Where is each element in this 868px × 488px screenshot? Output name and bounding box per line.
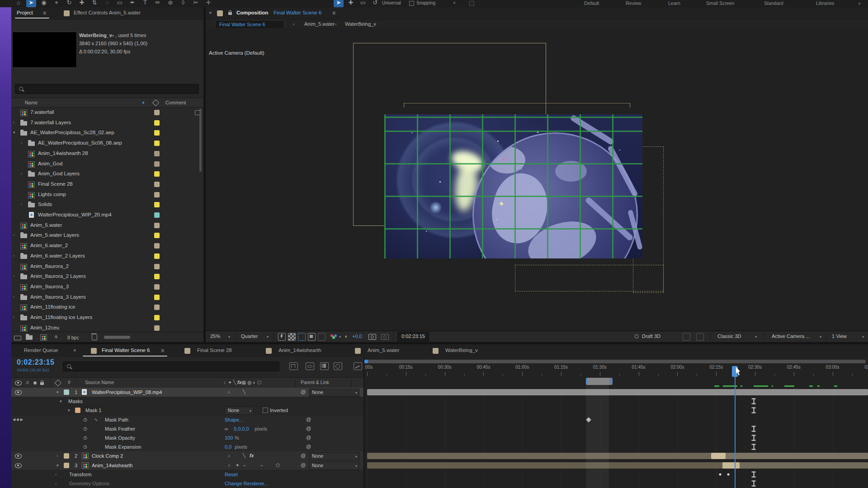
parent-dropdown[interactable]: None▾ [309,462,359,470]
list-item[interactable]: ›AE_WalterPrecipitous_Sc06_08.aep [11,138,203,148]
list-item[interactable]: Anim_8aurora_2 [11,262,203,272]
anchor-switch-icon[interactable]: ♁ [227,453,231,458]
list-item[interactable]: ›Anim_6.water_2 Layers [11,251,203,261]
puppet-pin-tool-icon[interactable]: ✛ [203,0,213,6]
list-item[interactable]: Anim_God [11,159,203,169]
timeline-row-mask-path[interactable]: ◀ ◆ ▶◷∿Mask PathShape...@ [11,415,364,425]
timeline-row-walterprecipitous-wip-08-mp4[interactable]: ▾1WalterPrecipitous_WIP_08.mp4♁╲@None▾ [11,388,364,397]
label-chip[interactable] [154,243,160,249]
project-scrollbar[interactable] [199,108,202,172]
label-chip[interactable] [154,253,160,259]
timeline-row-transform[interactable]: ›TransformReset [11,470,364,479]
property-name[interactable]: Mask Opacity [105,435,135,441]
parent-dropdown[interactable]: None▾ [309,389,359,397]
anchor-switch-icon[interactable]: ♁ [227,463,231,468]
crop-region-icon[interactable] [318,333,326,341]
timeline-hscrollbar[interactable] [365,360,866,363]
show-snapshot-icon[interactable] [381,334,389,340]
workspace-standard[interactable]: Standard [764,0,783,6]
tab-menu-icon[interactable]: ≡ [161,347,164,354]
keyframe-dot[interactable] [719,473,722,475]
parent-dropdown[interactable]: None▾ [309,452,359,460]
composition-panel-menu-icon[interactable]: ≡ [332,10,335,16]
timeline-search-input[interactable] [63,361,279,371]
expander-icon[interactable]: ▾ [13,130,15,135]
layer-color-chip[interactable] [64,453,69,459]
tab-effect-controls[interactable]: Effect Controls Anim_5.water [74,10,141,15]
expander-icon[interactable]: › [55,481,57,486]
project-search-input[interactable] [15,84,199,94]
label-chip[interactable] [154,315,160,320]
type-tool-icon[interactable]: T [140,0,150,6]
list-item[interactable]: ›Anim_5.water Layers [11,230,203,240]
graph-editor-icon[interactable] [354,362,362,370]
ground-plane-icon[interactable] [683,333,690,341]
timeline-column-header[interactable]: ♬ # Source Name ♁✦╲fx▦◍◐⬡ Parent & Link [11,377,364,389]
selection-mini-icon[interactable]: ➤ [334,0,344,7]
close-tab-icon[interactable]: × [209,10,212,15]
list-item[interactable]: ›Anim_God Layers [11,169,203,179]
stopwatch-icon[interactable]: ◷ [83,426,87,431]
brush-tool-icon[interactable]: ✏ [153,0,163,6]
delete-icon[interactable] [92,335,97,340]
current-timecode[interactable]: 0:02:23:15 [17,358,54,366]
workspace-default[interactable]: Default [584,0,599,6]
list-item[interactable]: 7.waterfall [11,108,203,117]
property-name[interactable]: Mask Expansion [105,444,142,450]
magnification-dropdown[interactable]: 25% [210,333,220,339]
list-item[interactable]: ▾AE_WalterPrecipitous_Sc28_02.aep [11,128,203,138]
region-of-interest-icon[interactable] [298,333,306,341]
list-item[interactable]: Anim_9aurora_3 [11,282,203,292]
expander-icon[interactable]: ▾ [60,399,62,404]
timeline-row-masks[interactable]: ▾Masks [11,397,364,406]
exposure-icon[interactable]: ◐ [345,333,348,339]
snapping-checkbox[interactable] [409,1,414,6]
move-mini-icon[interactable]: ✚ [346,0,356,6]
timeline-track-area[interactable]: 0:00s00:15s00:30s00:45s01:00s01:15s01:30… [364,357,868,488]
expander-icon[interactable]: ▾ [57,390,59,394]
motion-blur-icon[interactable] [334,362,342,370]
snapping-close-icon[interactable]: × [453,0,456,5]
label-chip[interactable] [154,192,160,197]
list-item[interactable]: ›Solids [11,200,203,210]
eraser-tool-icon[interactable]: ◊ [178,0,188,6]
column-comment[interactable]: Comment [165,100,186,105]
zoom-tool-icon[interactable]: ⌖ [52,0,61,6]
roto-brush-tool-icon[interactable]: ✂ [191,0,201,6]
label-chip[interactable] [154,130,160,136]
list-item[interactable]: Anim_5.water [11,221,203,230]
project-panel-menu-icon[interactable]: ≡ [43,10,46,16]
layer-bar-segment[interactable] [711,453,726,459]
exposure-value[interactable]: +0,0 [352,333,362,339]
dolly-camera-tool-icon[interactable]: ⇅ [90,0,99,6]
renderer-dropdown[interactable]: Classic 3D [717,333,741,339]
timeline-row-geometry-options[interactable]: ›Geometry OptionsChange Renderer... [11,479,364,488]
workspace-»[interactable]: » [858,0,861,6]
stopwatch-icon[interactable]: ◷ [83,435,87,440]
label-chip[interactable] [154,223,160,228]
mask-color-chip[interactable] [75,408,80,413]
rect-mini-icon[interactable]: ▭ [358,0,368,6]
hand-tool-icon[interactable]: ◉ [39,0,49,6]
composition-viewer[interactable]: Active Camera (Default) [206,28,868,331]
composition-tab-title[interactable]: Composition [236,10,268,15]
label-chip[interactable] [154,202,160,207]
expander-icon[interactable]: › [13,120,14,125]
list-item[interactable]: ›7.waterfall Layers [11,118,203,128]
label-chip[interactable] [154,295,160,300]
list-item[interactable]: Anim_14wishearth 28 [11,149,203,159]
label-chip[interactable] [154,233,160,238]
expander-icon[interactable]: › [13,253,14,258]
list-item[interactable]: Lights comp [11,190,203,200]
group-name[interactable]: Masks [68,399,83,404]
stopwatch-icon[interactable]: ◷ [83,444,87,449]
resolution-dropdown[interactable]: Quarter [241,333,258,339]
parent-link-column[interactable]: Parent & Link [301,380,329,385]
expander-icon[interactable]: ▾ [57,463,59,468]
keyframe-navigator[interactable]: ◀ ◆ ▶ [13,418,23,422]
pickwhip-icon[interactable]: @ [306,435,311,440]
composition-mini-flowchart-icon[interactable] [289,362,298,370]
tab-project[interactable]: Project [17,10,33,15]
expander-icon[interactable]: › [13,233,14,237]
source-name-column[interactable]: Source Name [85,380,114,385]
